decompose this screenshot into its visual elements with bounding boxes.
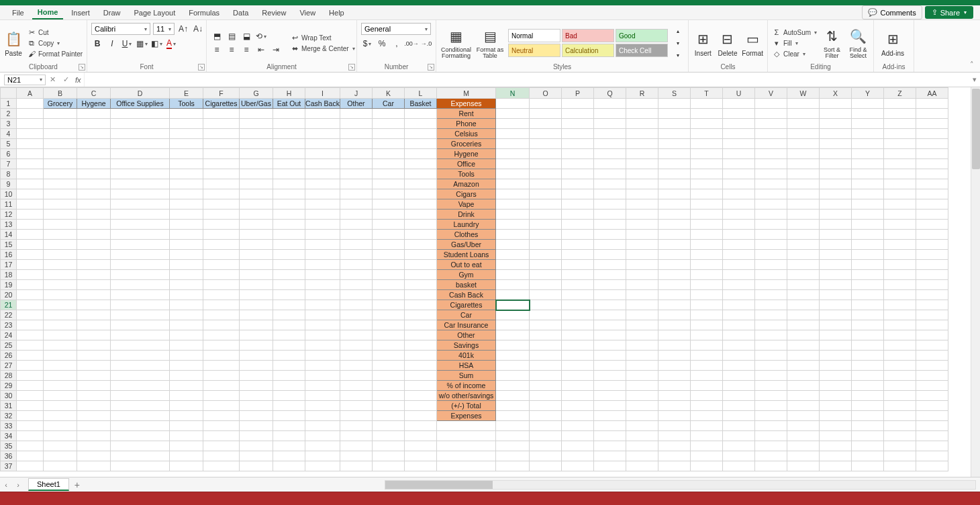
style-good[interactable]: Good <box>616 29 668 42</box>
cell[interactable] <box>340 381 373 391</box>
cell[interactable] <box>77 421 111 431</box>
cell[interactable] <box>340 411 373 421</box>
cell[interactable] <box>340 351 373 361</box>
cell[interactable] <box>44 270 77 280</box>
cell[interactable] <box>884 260 916 270</box>
cell[interactable] <box>170 199 203 210</box>
cell[interactable] <box>111 270 170 280</box>
cell[interactable] <box>658 149 691 159</box>
cell[interactable] <box>852 441 884 451</box>
cell[interactable] <box>373 300 405 310</box>
cell[interactable] <box>240 240 273 250</box>
cell[interactable] <box>496 320 530 330</box>
cell[interactable] <box>170 411 203 421</box>
cell[interactable] <box>240 361 273 371</box>
cell[interactable] <box>77 391 111 401</box>
cell[interactable] <box>170 300 203 310</box>
cell[interactable] <box>755 290 787 300</box>
orientation-button[interactable]: ⟲▾ <box>255 30 267 42</box>
cell[interactable] <box>820 431 852 441</box>
cell[interactable] <box>240 441 273 451</box>
cell[interactable] <box>405 109 437 119</box>
cell[interactable]: Grocery <box>44 99 77 109</box>
cell[interactable] <box>658 220 691 230</box>
format-as-table-button[interactable]: ▤ Format as Table <box>476 27 504 60</box>
cell[interactable] <box>77 451 111 461</box>
cell[interactable] <box>44 401 77 411</box>
row-header[interactable]: 16 <box>1 250 17 260</box>
cell[interactable] <box>111 391 170 401</box>
cell[interactable] <box>240 391 273 401</box>
cell[interactable] <box>340 210 373 220</box>
cell[interactable] <box>658 330 691 340</box>
cell[interactable] <box>170 421 203 431</box>
cell[interactable] <box>340 431 373 441</box>
cell[interactable] <box>111 290 170 300</box>
cell[interactable] <box>594 401 626 411</box>
cut-button[interactable]: ✂Cut <box>27 28 83 37</box>
cell[interactable] <box>530 220 562 230</box>
align-center-button[interactable]: ≡ <box>226 44 238 56</box>
cell[interactable] <box>203 330 240 340</box>
cell[interactable] <box>884 149 916 159</box>
cell[interactable] <box>787 210 820 220</box>
cell[interactable] <box>916 340 948 351</box>
cell[interactable] <box>203 351 240 361</box>
cell[interactable]: Tools <box>437 169 496 179</box>
cell[interactable] <box>405 361 437 371</box>
cell[interactable] <box>496 230 530 240</box>
cell[interactable] <box>852 199 884 210</box>
cell[interactable] <box>273 189 305 199</box>
cell[interactable] <box>916 210 948 220</box>
cell[interactable] <box>820 340 852 351</box>
row-header[interactable]: 33 <box>1 421 17 431</box>
cell[interactable] <box>340 139 373 149</box>
cell[interactable] <box>787 129 820 139</box>
formula-input[interactable] <box>84 73 969 87</box>
cell[interactable] <box>626 169 658 179</box>
cell[interactable] <box>273 280 305 290</box>
cell[interactable] <box>820 441 852 451</box>
cell[interactable] <box>44 109 77 119</box>
cell[interactable] <box>405 119 437 129</box>
cell[interactable] <box>594 391 626 401</box>
cell[interactable] <box>170 280 203 290</box>
cell[interactable] <box>44 330 77 340</box>
cell[interactable] <box>594 149 626 159</box>
cell[interactable] <box>340 159 373 169</box>
cell[interactable] <box>17 240 44 250</box>
cell[interactable] <box>787 119 820 129</box>
cell[interactable] <box>594 199 626 210</box>
cell[interactable] <box>787 300 820 310</box>
cell[interactable] <box>305 330 340 340</box>
cell[interactable] <box>691 139 723 149</box>
cell[interactable]: Cigarettes <box>203 99 240 109</box>
cell[interactable] <box>530 441 562 451</box>
cell[interactable] <box>111 401 170 411</box>
cell[interactable] <box>77 119 111 129</box>
cell[interactable] <box>405 280 437 290</box>
cell[interactable] <box>496 109 530 119</box>
cell[interactable] <box>852 340 884 351</box>
cell[interactable] <box>44 230 77 240</box>
cell[interactable] <box>658 230 691 240</box>
cell[interactable] <box>916 260 948 270</box>
cell[interactable] <box>17 129 44 139</box>
cell[interactable] <box>373 220 405 230</box>
cell[interactable] <box>273 461 305 471</box>
cell[interactable] <box>562 340 594 351</box>
cell[interactable] <box>496 250 530 260</box>
cell[interactable]: 401k <box>437 351 496 361</box>
cell[interactable] <box>17 220 44 230</box>
comma-button[interactable]: , <box>391 38 403 50</box>
cell[interactable] <box>496 340 530 351</box>
cell[interactable] <box>820 199 852 210</box>
cell[interactable] <box>530 129 562 139</box>
cell[interactable] <box>723 250 755 260</box>
cell[interactable] <box>723 441 755 451</box>
cell[interactable] <box>340 169 373 179</box>
cell[interactable] <box>916 351 948 361</box>
cell[interactable] <box>562 149 594 159</box>
cell[interactable] <box>111 129 170 139</box>
cell[interactable] <box>691 260 723 270</box>
